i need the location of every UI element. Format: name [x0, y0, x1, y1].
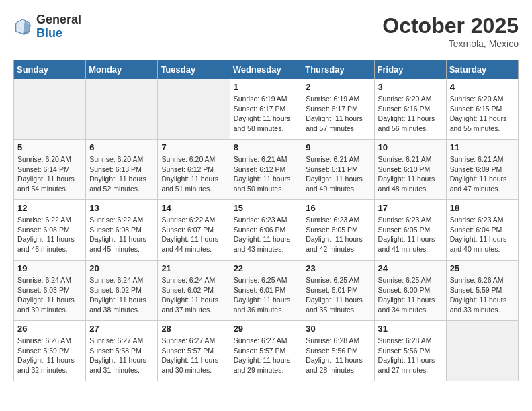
calendar-cell: 23Sunrise: 6:25 AMSunset: 6:01 PMDayligh… — [302, 261, 374, 321]
calendar-table: SundayMondayTuesdayWednesdayThursdayFrid… — [13, 60, 519, 381]
calendar-cell: 10Sunrise: 6:21 AMSunset: 6:10 PMDayligh… — [374, 140, 446, 200]
day-number: 5 — [17, 142, 82, 152]
calendar-cell: 20Sunrise: 6:24 AMSunset: 6:02 PMDayligh… — [86, 261, 158, 321]
day-number: 7 — [161, 142, 226, 152]
day-number: 29 — [234, 324, 299, 334]
day-number: 2 — [306, 82, 370, 92]
day-info: Sunrise: 6:27 AMSunset: 5:57 PMDaylight:… — [234, 336, 299, 375]
day-info: Sunrise: 6:28 AMSunset: 5:56 PMDaylight:… — [306, 336, 370, 375]
calendar-cell: 12Sunrise: 6:22 AMSunset: 6:08 PMDayligh… — [14, 200, 86, 261]
calendar-week-row: 12Sunrise: 6:22 AMSunset: 6:08 PMDayligh… — [14, 200, 519, 261]
location: Texmola, Mexico — [382, 38, 519, 49]
day-number: 16 — [306, 203, 370, 213]
day-info: Sunrise: 6:21 AMSunset: 6:09 PMDaylight:… — [450, 154, 515, 194]
day-number: 4 — [450, 82, 515, 92]
day-info: Sunrise: 6:27 AMSunset: 5:58 PMDaylight:… — [89, 336, 154, 375]
day-info: Sunrise: 6:20 AMSunset: 6:14 PMDaylight:… — [17, 154, 82, 194]
day-header-monday: Monday — [86, 60, 158, 79]
day-header-friday: Friday — [374, 60, 446, 79]
calendar-cell: 5Sunrise: 6:20 AMSunset: 6:14 PMDaylight… — [14, 140, 86, 200]
day-info: Sunrise: 6:23 AMSunset: 6:05 PMDaylight:… — [306, 215, 370, 255]
day-info: Sunrise: 6:23 AMSunset: 6:04 PMDaylight:… — [450, 215, 515, 255]
calendar-cell: 16Sunrise: 6:23 AMSunset: 6:05 PMDayligh… — [302, 200, 374, 261]
day-info: Sunrise: 6:21 AMSunset: 6:12 PMDaylight:… — [234, 154, 299, 194]
day-number: 26 — [17, 324, 82, 334]
day-number: 3 — [378, 82, 443, 92]
calendar-cell — [86, 79, 158, 140]
day-info: Sunrise: 6:20 AMSunset: 6:12 PMDaylight:… — [161, 154, 226, 194]
day-header-tuesday: Tuesday — [158, 60, 230, 79]
calendar-cell: 11Sunrise: 6:21 AMSunset: 6:09 PMDayligh… — [446, 140, 518, 200]
day-number: 14 — [161, 203, 226, 213]
calendar-cell: 2Sunrise: 6:19 AMSunset: 6:17 PMDaylight… — [302, 79, 374, 140]
calendar-cell: 15Sunrise: 6:23 AMSunset: 6:06 PMDayligh… — [230, 200, 302, 261]
day-info: Sunrise: 6:24 AMSunset: 6:02 PMDaylight:… — [161, 275, 226, 315]
title-block: October 2025 Texmola, Mexico — [382, 13, 519, 49]
day-number: 20 — [89, 263, 154, 273]
day-info: Sunrise: 6:24 AMSunset: 6:03 PMDaylight:… — [17, 275, 82, 315]
logo-icon — [13, 17, 32, 36]
month-title: October 2025 — [382, 13, 519, 38]
calendar-cell: 28Sunrise: 6:27 AMSunset: 5:57 PMDayligh… — [158, 321, 230, 381]
calendar-cell — [14, 79, 86, 140]
day-info: Sunrise: 6:22 AMSunset: 6:07 PMDaylight:… — [161, 215, 226, 255]
calendar-cell: 19Sunrise: 6:24 AMSunset: 6:03 PMDayligh… — [14, 261, 86, 321]
day-number: 23 — [306, 263, 370, 273]
day-number: 9 — [306, 142, 370, 152]
day-number: 18 — [450, 203, 515, 213]
calendar-cell: 6Sunrise: 6:20 AMSunset: 6:13 PMDaylight… — [86, 140, 158, 200]
day-number: 31 — [378, 324, 443, 334]
day-number: 12 — [17, 203, 82, 213]
calendar-cell: 21Sunrise: 6:24 AMSunset: 6:02 PMDayligh… — [158, 261, 230, 321]
day-header-wednesday: Wednesday — [230, 60, 302, 79]
calendar-cell: 1Sunrise: 6:19 AMSunset: 6:17 PMDaylight… — [230, 79, 302, 140]
day-info: Sunrise: 6:24 AMSunset: 6:02 PMDaylight:… — [89, 275, 154, 315]
calendar-cell: 31Sunrise: 6:28 AMSunset: 5:56 PMDayligh… — [374, 321, 446, 381]
day-header-thursday: Thursday — [302, 60, 374, 79]
day-number: 27 — [89, 324, 154, 334]
logo-text: General Blue — [36, 13, 81, 40]
calendar-cell: 22Sunrise: 6:25 AMSunset: 6:01 PMDayligh… — [230, 261, 302, 321]
calendar-week-row: 19Sunrise: 6:24 AMSunset: 6:03 PMDayligh… — [14, 261, 519, 321]
day-number: 21 — [161, 263, 226, 273]
calendar-cell: 29Sunrise: 6:27 AMSunset: 5:57 PMDayligh… — [230, 321, 302, 381]
day-number: 30 — [306, 324, 370, 334]
calendar-cell — [446, 321, 518, 381]
calendar-cell: 18Sunrise: 6:23 AMSunset: 6:04 PMDayligh… — [446, 200, 518, 261]
day-number: 25 — [450, 263, 515, 273]
day-number: 15 — [234, 203, 299, 213]
day-info: Sunrise: 6:26 AMSunset: 5:59 PMDaylight:… — [450, 275, 515, 315]
calendar-header-row: SundayMondayTuesdayWednesdayThursdayFrid… — [14, 60, 519, 79]
calendar-cell: 17Sunrise: 6:23 AMSunset: 6:05 PMDayligh… — [374, 200, 446, 261]
day-info: Sunrise: 6:28 AMSunset: 5:56 PMDaylight:… — [378, 336, 443, 375]
day-info: Sunrise: 6:27 AMSunset: 5:57 PMDaylight:… — [161, 336, 226, 375]
day-info: Sunrise: 6:22 AMSunset: 6:08 PMDaylight:… — [17, 215, 82, 255]
day-number: 22 — [234, 263, 299, 273]
day-info: Sunrise: 6:26 AMSunset: 5:59 PMDaylight:… — [17, 336, 82, 375]
calendar-week-row: 5Sunrise: 6:20 AMSunset: 6:14 PMDaylight… — [14, 140, 519, 200]
day-number: 8 — [234, 142, 299, 152]
calendar-cell: 27Sunrise: 6:27 AMSunset: 5:58 PMDayligh… — [86, 321, 158, 381]
calendar-week-row: 1Sunrise: 6:19 AMSunset: 6:17 PMDaylight… — [14, 79, 519, 140]
day-info: Sunrise: 6:25 AMSunset: 6:01 PMDaylight:… — [306, 275, 370, 315]
calendar-cell: 14Sunrise: 6:22 AMSunset: 6:07 PMDayligh… — [158, 200, 230, 261]
day-info: Sunrise: 6:21 AMSunset: 6:11 PMDaylight:… — [306, 154, 370, 194]
day-info: Sunrise: 6:21 AMSunset: 6:10 PMDaylight:… — [378, 154, 443, 194]
calendar-cell: 8Sunrise: 6:21 AMSunset: 6:12 PMDaylight… — [230, 140, 302, 200]
logo-blue: Blue — [36, 26, 62, 40]
day-number: 28 — [161, 324, 226, 334]
calendar-cell — [158, 79, 230, 140]
logo-general: General — [36, 13, 81, 26]
day-info: Sunrise: 6:20 AMSunset: 6:13 PMDaylight:… — [89, 154, 154, 194]
logo: General Blue — [13, 13, 81, 40]
day-number: 19 — [17, 263, 82, 273]
day-info: Sunrise: 6:19 AMSunset: 6:17 PMDaylight:… — [306, 94, 370, 134]
calendar-cell: 7Sunrise: 6:20 AMSunset: 6:12 PMDaylight… — [158, 140, 230, 200]
day-header-sunday: Sunday — [14, 60, 86, 79]
calendar-week-row: 26Sunrise: 6:26 AMSunset: 5:59 PMDayligh… — [14, 321, 519, 381]
day-info: Sunrise: 6:23 AMSunset: 6:06 PMDaylight:… — [234, 215, 299, 255]
day-header-saturday: Saturday — [446, 60, 518, 79]
day-number: 11 — [450, 142, 515, 152]
calendar-cell: 24Sunrise: 6:25 AMSunset: 6:00 PMDayligh… — [374, 261, 446, 321]
day-number: 10 — [378, 142, 443, 152]
